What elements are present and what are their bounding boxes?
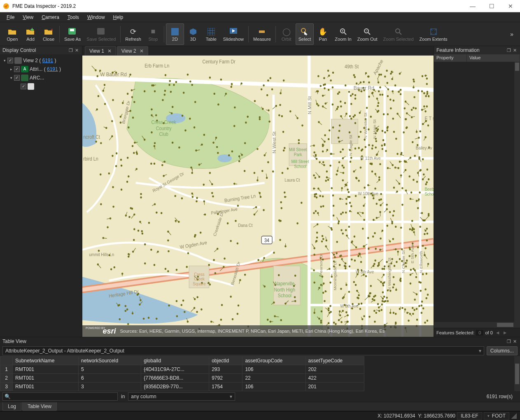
prev-feature-button[interactable]: ◄	[495, 330, 500, 336]
window-maximize-button[interactable]: ☐	[482, 0, 501, 12]
svg-point-131	[224, 258, 225, 259]
property-table-header: Property Value	[434, 54, 520, 62]
table-row[interactable]: 1RMT0015{4D431C9A-27C...293106202	[0, 365, 364, 374]
column-header[interactable]: assetGroupCode	[243, 357, 305, 365]
table-row[interactable]: 3RMT0013{9356D2B9-770...1754106201	[0, 383, 364, 391]
svg-text:W 11th Ave: W 11th Ave	[360, 156, 381, 161]
svg-point-1087	[400, 227, 401, 229]
tree-item-view2[interactable]: View 2 ( 6191 )	[23, 58, 56, 63]
column-header[interactable]: objectId	[209, 357, 243, 365]
tab-close-icon[interactable]: ✕	[140, 48, 144, 54]
svg-point-1231	[399, 258, 400, 260]
svg-text:Laura Ct: Laura Ct	[284, 178, 300, 183]
table-button[interactable]: Table	[202, 23, 220, 45]
window-minimize-button[interactable]: —	[463, 0, 482, 12]
add-button[interactable]: Add	[21, 23, 40, 45]
menu-camera[interactable]: Camera	[37, 14, 63, 21]
svg-line-25	[399, 33, 401, 35]
scrollbar[interactable]	[514, 62, 520, 322]
svg-point-324	[201, 309, 202, 310]
map-canvas[interactable]: W Bauer Rd Bauer Rd Erb Farm Ln Century …	[82, 55, 434, 337]
panel-close-button[interactable]: ✕	[74, 48, 79, 53]
save-as-button[interactable]: Save As	[61, 23, 84, 45]
svg-point-191	[168, 250, 169, 252]
tab-close-icon[interactable]: ✕	[107, 48, 112, 54]
view-3d-button[interactable]: 3D	[184, 23, 202, 45]
panel-float-button[interactable]: ❐	[68, 48, 74, 53]
view-tab-1[interactable]: View 1 ✕	[85, 46, 116, 55]
menu-tools[interactable]: Tools	[63, 14, 83, 21]
table-view-tab[interactable]: Table View	[22, 402, 57, 411]
svg-point-176	[283, 80, 284, 82]
table-scrollbar[interactable]	[514, 356, 520, 391]
column-header[interactable]: assetTypeCode	[305, 357, 364, 365]
col-value[interactable]: Value	[467, 54, 520, 62]
panel-float-button[interactable]: ❐	[506, 48, 512, 53]
panel-close-button[interactable]: ✕	[512, 48, 518, 53]
menu-window[interactable]: Window	[83, 14, 109, 21]
tree-toggle[interactable]: ▾	[2, 58, 7, 63]
unit-selector[interactable]: ▾FOOT	[484, 412, 509, 420]
esri-logo: esri	[103, 327, 116, 336]
tree-item-attri[interactable]: Attri... ( 6191 )	[30, 66, 61, 72]
svg-point-1239	[422, 245, 423, 247]
tree-toggle[interactable]: ▾	[8, 76, 14, 80]
menu-file[interactable]: File	[2, 14, 19, 21]
svg-text:Pearson Dr: Pearson Dr	[319, 253, 323, 276]
splitter-handle[interactable]: ⋯⋯	[253, 333, 263, 337]
svg-point-643	[419, 192, 420, 194]
table-search-input[interactable]: 🔍	[2, 392, 118, 401]
next-feature-button[interactable]: ►	[503, 330, 508, 336]
log-tab[interactable]: Log	[2, 402, 21, 411]
column-header[interactable]: globalId	[141, 357, 209, 365]
toolbar-overflow-button[interactable]: »	[510, 31, 517, 37]
h-scrollbar-thumb[interactable]	[497, 323, 513, 327]
crs-selector[interactable]: IL83-EF	[457, 412, 482, 420]
layer-checkbox[interactable]: ✓	[14, 75, 20, 81]
svg-point-1004	[340, 255, 341, 257]
tree-item-arc[interactable]: ARC...	[30, 75, 44, 81]
panel-float-button[interactable]: ❐	[506, 339, 512, 344]
layer-checkbox[interactable]: ✓	[7, 58, 13, 63]
select-button[interactable]: Select	[296, 23, 314, 45]
svg-point-95	[196, 311, 198, 313]
view-tab-2[interactable]: View 2 ✕	[117, 46, 148, 55]
svg-point-841	[368, 248, 369, 250]
layer-checkbox[interactable]: ✓	[14, 66, 20, 72]
layer-checkbox[interactable]: ✓	[21, 84, 26, 89]
feature-count-link[interactable]: 6191	[42, 58, 53, 63]
svg-point-1092	[396, 138, 397, 140]
window-close-button[interactable]: ✕	[501, 0, 520, 12]
view-2d-button[interactable]: 2D	[166, 23, 184, 45]
data-grid[interactable]: SubnetworkNamenetworkSourceIdglobalIdobj…	[0, 356, 364, 391]
slideshow-button[interactable]: Slideshow	[220, 23, 247, 45]
refresh-button[interactable]: ⟳Refresh	[122, 23, 144, 45]
menu-view[interactable]: View	[19, 14, 37, 21]
svg-point-837	[428, 96, 429, 97]
svg-point-947	[419, 281, 420, 283]
close-button[interactable]: ×Close	[40, 23, 58, 45]
zoom-extents-button[interactable]: Zoom Extents	[417, 23, 450, 45]
svg-point-99	[119, 304, 120, 306]
svg-point-328	[213, 259, 215, 261]
zoom-out-button[interactable]: Zoom Out	[354, 23, 380, 45]
pan-button[interactable]: ✋Pan	[314, 23, 332, 45]
column-header[interactable]: networkSourceId	[79, 357, 141, 365]
measure-button[interactable]: Measure	[250, 23, 274, 45]
feature-count-link[interactable]: 6191	[47, 66, 58, 72]
basemap-icon	[21, 75, 28, 81]
panel-close-button[interactable]: ✕	[512, 339, 518, 344]
svg-point-143	[273, 252, 275, 254]
tree-toggle[interactable]: ▸	[8, 67, 14, 71]
search-column-combo[interactable]: any column ▾	[128, 392, 235, 401]
zoom-in-button[interactable]: Zoom In	[332, 23, 354, 45]
menu-help[interactable]: Help	[109, 14, 128, 21]
status-bar: X: 1027941.6934 Y: 1866235.7690 IL83-EF …	[0, 411, 520, 420]
column-header[interactable]: SubnetworkName	[13, 357, 79, 365]
table-source-combo[interactable]: AttributeKeeper_2_Output - AttributeKeep…	[2, 346, 484, 355]
open-button[interactable]: Open	[3, 23, 21, 45]
table-row[interactable]: 2RMT0016{776666E3-BD8...979222422	[0, 374, 364, 383]
columns-button[interactable]: Columns...	[487, 346, 518, 355]
col-property[interactable]: Property	[434, 54, 467, 62]
resize-grip[interactable]	[511, 413, 517, 419]
